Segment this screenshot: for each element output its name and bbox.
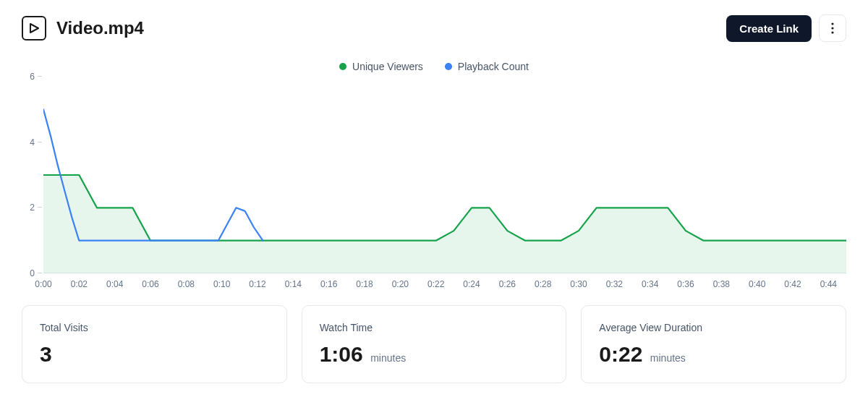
x-tick-label: 0:32: [606, 279, 623, 289]
y-tick-label: 6: [30, 72, 35, 82]
stat-label: Total Visits: [40, 322, 269, 333]
legend-dot-icon: [445, 63, 452, 70]
x-tick-label: 0:44: [820, 279, 837, 289]
stats-row: Total Visits 3 Watch Time 1:06 minutes A…: [0, 294, 868, 383]
y-tick-label: 4: [30, 137, 35, 148]
svg-point-2: [831, 27, 833, 29]
x-tick-label: 0:12: [249, 279, 265, 289]
x-tick-label: 0:02: [71, 279, 88, 289]
x-tick-label: 0:10: [213, 279, 230, 289]
legend-label: Unique Viewers: [352, 61, 423, 72]
x-tick-label: 0:42: [784, 279, 801, 289]
legend-label: Playback Count: [458, 61, 529, 72]
chart: 0246 0:000:020:040:060:080:100:120:140:1…: [22, 77, 846, 294]
x-tick-label: 0:36: [677, 279, 694, 289]
x-tick-label: 0:24: [463, 279, 480, 289]
svg-point-3: [831, 31, 833, 33]
more-options-button[interactable]: [819, 14, 846, 42]
stat-label: Watch Time: [320, 322, 549, 333]
y-tick-label: 2: [30, 202, 35, 213]
chart-legend: Unique Viewers Playback Count: [0, 49, 868, 77]
x-tick-label: 0:04: [106, 279, 123, 289]
x-tick-label: 0:18: [356, 279, 373, 289]
x-tick-label: 0:00: [35, 279, 51, 289]
x-tick-label: 0:28: [535, 279, 551, 289]
stat-label: Average View Duration: [599, 322, 828, 333]
x-tick-label: 0:06: [142, 279, 158, 289]
x-tick-label: 0:14: [285, 279, 302, 289]
stat-value: 0:22: [599, 342, 642, 367]
stat-value: 3: [40, 342, 52, 367]
svg-marker-0: [30, 24, 38, 33]
y-axis: 0246: [22, 77, 38, 273]
x-tick-label: 0:08: [178, 279, 195, 289]
x-axis: 0:000:020:040:060:080:100:120:140:160:18…: [43, 275, 846, 294]
page-title: Video.mp4: [56, 18, 726, 38]
legend-item-unique-viewers[interactable]: Unique Viewers: [339, 61, 423, 72]
x-tick-label: 0:30: [570, 279, 587, 289]
more-vertical-icon: [831, 22, 834, 34]
stat-value: 1:06: [320, 342, 363, 367]
stat-card-avg-view-duration: Average View Duration 0:22 minutes: [581, 305, 846, 383]
x-tick-label: 0:34: [642, 279, 658, 289]
x-tick-label: 0:26: [499, 279, 516, 289]
create-link-button[interactable]: Create Link: [726, 15, 812, 42]
chart-plot-area: [43, 77, 846, 273]
y-tick-label: 0: [30, 268, 35, 278]
x-tick-label: 0:38: [713, 279, 730, 289]
x-tick-label: 0:40: [749, 279, 765, 289]
stat-card-watch-time: Watch Time 1:06 minutes: [302, 305, 567, 383]
legend-dot-icon: [339, 63, 346, 70]
video-icon: [22, 16, 46, 40]
stat-card-total-visits: Total Visits 3: [22, 305, 287, 383]
legend-item-playback-count[interactable]: Playback Count: [445, 61, 529, 72]
stat-unit: minutes: [650, 352, 686, 364]
x-tick-label: 0:16: [320, 279, 337, 289]
svg-point-1: [831, 22, 833, 25]
x-tick-label: 0:22: [427, 279, 444, 289]
stat-unit: minutes: [370, 352, 406, 364]
x-tick-label: 0:20: [392, 279, 409, 289]
